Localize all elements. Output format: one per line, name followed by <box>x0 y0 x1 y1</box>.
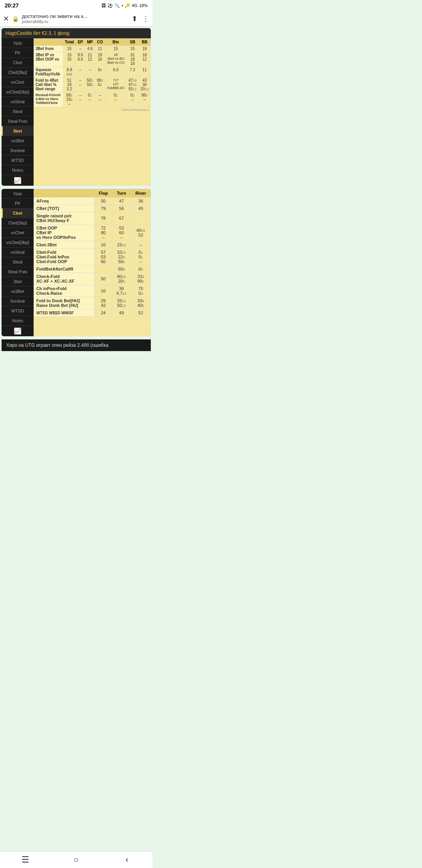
cell: 8.8504 <box>63 67 76 77</box>
sidebar-item-cbet3bp-1[interactable]: Cbet[3bp] <box>2 68 34 77</box>
cell: 15 <box>63 46 76 52</box>
table-row: Cbet-FoldCbet-Fold InPosCbet-Fold OOP 57… <box>34 249 151 265</box>
cbet-col-empty <box>34 189 95 197</box>
cell: 50 <box>95 273 112 285</box>
cell: 33125012 <box>112 297 131 309</box>
cell: 51333.2 <box>63 77 76 92</box>
table-row: 3Bet from 15 -- 4.6 11 15 15 18 <box>34 46 151 52</box>
cell: 78 <box>95 212 112 224</box>
card-body-2: Vpip Pfr Cbet Cbet[3bp] vsCbet vsCbet[3b… <box>2 189 151 336</box>
cell: 991336-- <box>63 92 76 107</box>
cell: 49 <box>112 309 131 317</box>
row-label: FoldBetAfterCallR <box>34 265 95 273</box>
status-icons: 🖼 ⚽ 🔍 • 🔑 4G 18% <box>102 3 148 8</box>
cell: ---- <box>76 77 85 92</box>
table-row: Fold to 4BetCall 4bet %5bet range 51333.… <box>34 77 151 92</box>
sidebar-item-srednie-1[interactable]: Srednie <box>2 146 34 156</box>
sidebar-item-wtsd-2[interactable]: WTSD <box>2 306 34 316</box>
table-row: CBet OOPCBet IPvs Hero OOP/InPos 7280-- … <box>34 224 151 241</box>
cell: -- <box>76 67 85 77</box>
sidebar-item-3bet-2[interactable]: 3bet <box>2 277 34 287</box>
watermark: www.pokerpopup.ru <box>34 107 151 112</box>
browser-bar: ✕ 🔒 достаточно ли эквити на к... pokerab… <box>0 11 152 27</box>
card-3bet: HugoCastillo бет €2.3, 1 фолд Vpip Pfr C… <box>2 28 151 186</box>
sidebar-item-cbet-1[interactable]: Cbet <box>2 58 34 68</box>
cell: 99202 <box>95 77 105 92</box>
sidebar-item-vpip-1[interactable]: Vpip <box>2 38 34 48</box>
cell: 6015205 <box>112 273 131 285</box>
sidebar-item-vscbet-1[interactable]: vsCbet <box>2 77 34 87</box>
cell: 2942 <box>95 297 112 309</box>
row-label: WTSD W$SD WWSF <box>34 309 95 317</box>
cell: 333991 <box>131 273 151 285</box>
cell: 1112 <box>85 52 95 67</box>
table-row: AFreq 50 47 36 <box>34 197 151 205</box>
chart-icon-1[interactable]: 📈 <box>2 175 34 186</box>
cell: 67 <box>112 212 131 224</box>
cell: 10 <box>95 241 112 249</box>
share-button[interactable]: ⬆ <box>132 14 138 23</box>
sidebar-item-vscbet3bp-2[interactable]: vsCbet[3bp] <box>2 238 34 247</box>
sidebar-item-stealpots-1[interactable]: Steal Pots <box>2 117 34 126</box>
cell: 56 <box>112 205 131 212</box>
sidebar-item-steal-2[interactable]: Steal <box>2 257 34 267</box>
cell: 8.66.6 <box>76 52 85 67</box>
url-block[interactable]: достаточно ли эквити на к... pokerabilit… <box>22 13 129 24</box>
table-row: 3Bet IP vs3Bet OOP vs 1515 8.66.6 1112 1… <box>34 52 151 67</box>
browser-title: достаточно ли эквити на к... <box>22 13 129 19</box>
table-row: Cbet-3Bet 10 2313 -- <box>34 241 151 249</box>
sidebar-item-srednie-2[interactable]: Srednie <box>2 296 34 306</box>
cell: 401552 <box>131 224 151 241</box>
menu-button[interactable]: ⋮ <box>142 14 149 23</box>
cell: 11 <box>139 67 151 77</box>
key-icon: 🔑 <box>125 3 130 8</box>
cell: 50 <box>95 197 112 205</box>
sidebar-item-notes-1[interactable]: Notes <box>2 165 34 175</box>
sidebar-item-vssteal-2[interactable]: vsSteal <box>2 247 34 257</box>
sidebar-item-cbet-2[interactable]: Cbet <box>2 208 34 218</box>
row-label: Resteal-FOvsH3-Bet vs HeroTot5betVSme <box>34 92 63 107</box>
sidebar-1: Vpip Pfr Cbet Cbet[3bp] vsCbet vsCbet[3b… <box>2 38 34 186</box>
stats-table-1: Total EP MP CO Btn SB BB 3Bet from 15 <box>34 38 151 107</box>
battery-text: 18% <box>139 3 148 8</box>
sidebar-2: Vpip Pfr Cbet Cbet[3bp] vsCbet vsCbet[3b… <box>2 189 34 336</box>
chart-icon-2[interactable]: 📈 <box>2 326 34 336</box>
row-label: CBet OOPCBet IPvs Hero OOP/InPos <box>34 224 95 241</box>
card-cbet: Vpip Pfr Cbet Cbet[3bp] vsCbet vsCbet[3b… <box>2 189 151 336</box>
row-label: Cbet-FoldCbet-Fold InPosCbet-Fold OOP <box>34 249 95 265</box>
sidebar-item-stealpots-2[interactable]: Steal Pots <box>2 267 34 277</box>
sidebar-item-pfr-1[interactable]: Pfr <box>2 48 34 58</box>
cell: 45 <box>131 205 151 212</box>
sidebar-item-wtsd-1[interactable]: WTSD <box>2 156 34 165</box>
sidebar-item-vs3bet-1[interactable]: vs3Bet <box>2 136 34 146</box>
sidebar-item-vssteal-1[interactable]: vsSteal <box>2 97 34 107</box>
sidebar-item-vpip-2[interactable]: Vpip <box>2 189 34 199</box>
cell: 1515 <box>63 52 76 67</box>
col-header-mp: MP <box>85 39 95 46</box>
cell: ---- <box>95 92 105 107</box>
cell: 24 <box>95 309 112 317</box>
row-label: Fold to Donk Bet[HU]Raise Donk Bet [HU] <box>34 297 95 309</box>
search-icon: 🔍 <box>114 3 120 8</box>
cell <box>95 265 112 273</box>
table-row: Ch inPos+FoldCheck-Raise 10 366.715 7503 <box>34 285 151 297</box>
sidebar-item-cbet3bp-2[interactable]: Cbet[3bp] <box>2 218 34 228</box>
sidebar-item-vs3bet-2[interactable]: vs3Bet <box>2 287 34 296</box>
table-row: CBet [TOT] 79 56 45 <box>34 205 151 212</box>
sidebar-item-pfr-2[interactable]: Pfr <box>2 199 34 208</box>
row-label: Cbet-3Bet <box>34 241 95 249</box>
sidebar-item-vscbet3bp-1[interactable]: vsCbet[3bp] <box>2 87 34 97</box>
close-button[interactable]: ✕ <box>3 14 9 23</box>
cell: 717147FoldBB-I/O <box>105 77 127 92</box>
soccer-icon: ⚽ <box>107 3 113 8</box>
cell: 4.6 <box>85 46 95 52</box>
cell: 502502 <box>85 77 95 92</box>
sidebar-item-3bet-1[interactable]: 3bet <box>2 126 34 136</box>
cell: 5360-- <box>112 224 131 241</box>
sidebar-item-notes-2[interactable]: Notes <box>2 316 34 326</box>
sidebar-item-vscbet-2[interactable]: vsCbet <box>2 228 34 238</box>
cell: 508 <box>112 265 131 273</box>
sidebar-item-steal-1[interactable]: Steal <box>2 107 34 117</box>
table-row: FoldBetAfterCallR 508 05 <box>34 265 151 273</box>
cell: 18 <box>139 46 151 52</box>
